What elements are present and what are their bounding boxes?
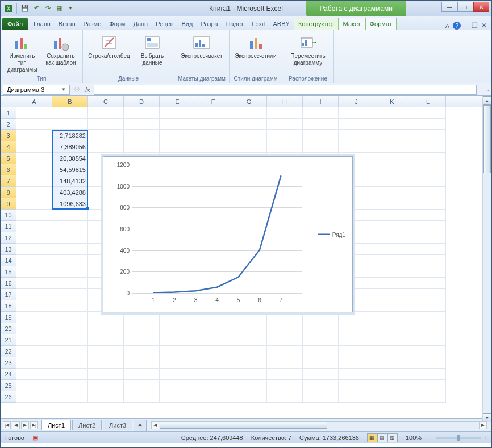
row-header[interactable]: 10: [1, 210, 16, 221]
row-header[interactable]: 19: [1, 312, 16, 323]
chart-object[interactable]: 0200400600800100012001234567 Ряд1: [103, 156, 353, 312]
row-header[interactable]: 26: [1, 391, 16, 403]
sheet-nav-prev[interactable]: ◀: [12, 421, 20, 429]
cell[interactable]: [52, 334, 88, 346]
col-header-j[interactable]: J: [339, 96, 374, 107]
cell[interactable]: [124, 323, 160, 334]
close-button[interactable]: ✕: [473, 2, 489, 12]
cell[interactable]: [16, 119, 52, 130]
cell[interactable]: [16, 130, 52, 141]
cell[interactable]: [374, 357, 410, 369]
cell[interactable]: [195, 357, 231, 369]
cell[interactable]: [374, 141, 410, 153]
cell[interactable]: [231, 323, 267, 334]
switch-row-column-button[interactable]: Строка/столбец: [86, 32, 132, 61]
row-header[interactable]: 16: [1, 278, 16, 289]
cell[interactable]: [88, 391, 124, 403]
cell[interactable]: [410, 130, 446, 141]
col-header-f[interactable]: F: [195, 96, 231, 107]
horizontal-scrollbar[interactable]: ◀ ▶: [151, 421, 487, 429]
cell[interactable]: [410, 278, 446, 289]
cell[interactable]: [160, 119, 195, 130]
tab-chart-design[interactable]: Конструктор: [294, 18, 339, 30]
row-header[interactable]: 18: [1, 300, 16, 312]
cell[interactable]: [303, 369, 339, 380]
cell[interactable]: [16, 312, 52, 323]
cell[interactable]: [410, 107, 446, 119]
formula-input[interactable]: [94, 85, 477, 95]
hscroll-left-button[interactable]: ◀: [151, 421, 159, 429]
cell[interactable]: [374, 221, 410, 232]
cell[interactable]: [16, 175, 52, 187]
chart-line-series[interactable]: [132, 165, 302, 293]
cell[interactable]: [160, 380, 195, 391]
minimize-ribbon-icon[interactable]: ᐱ: [445, 23, 449, 29]
cell[interactable]: [52, 312, 88, 323]
row-header[interactable]: 1: [1, 107, 16, 119]
cell[interactable]: [52, 232, 88, 244]
cell[interactable]: [374, 278, 410, 289]
cell[interactable]: [410, 210, 446, 221]
vertical-scrollbar[interactable]: ▲ ▼: [482, 96, 491, 422]
cell[interactable]: [160, 130, 195, 141]
col-header-g[interactable]: G: [231, 96, 267, 107]
sheet-tab-1[interactable]: Лист1: [41, 420, 71, 430]
col-header-i[interactable]: I: [303, 96, 339, 107]
tab-home[interactable]: Главн: [30, 18, 55, 30]
sheet-nav-first[interactable]: |◀: [3, 421, 11, 429]
cell[interactable]: [374, 346, 410, 357]
row-header[interactable]: 22: [1, 346, 16, 357]
cell[interactable]: [124, 334, 160, 346]
cell[interactable]: [339, 380, 374, 391]
row-header[interactable]: 20: [1, 323, 16, 334]
tab-review[interactable]: Рецен: [152, 18, 177, 30]
mdi-close-icon[interactable]: ✕: [481, 22, 487, 30]
cell[interactable]: [231, 357, 267, 369]
col-header-h[interactable]: H: [267, 96, 303, 107]
col-header-b[interactable]: B: [52, 96, 88, 107]
name-box-dropdown-icon[interactable]: ▼: [61, 87, 66, 92]
cell[interactable]: [16, 232, 52, 244]
cell[interactable]: [303, 323, 339, 334]
move-chart-button[interactable]: Переместить диаграмму: [286, 32, 330, 68]
cell[interactable]: [160, 391, 195, 403]
cell[interactable]: [52, 391, 88, 403]
cell[interactable]: [16, 210, 52, 221]
cell[interactable]: [339, 346, 374, 357]
sheet-nav-next[interactable]: ▶: [21, 421, 29, 429]
cell[interactable]: [267, 107, 303, 119]
tab-data[interactable]: Данн: [129, 18, 152, 30]
cell[interactable]: [303, 119, 339, 130]
cell[interactable]: [160, 334, 195, 346]
cell[interactable]: [374, 323, 410, 334]
cell[interactable]: [52, 300, 88, 312]
cell[interactable]: [410, 346, 446, 357]
row-header[interactable]: 25: [1, 380, 16, 391]
cell[interactable]: [52, 323, 88, 334]
cell[interactable]: [339, 323, 374, 334]
cell[interactable]: [410, 300, 446, 312]
help-icon[interactable]: ?: [453, 22, 461, 30]
cell[interactable]: [52, 289, 88, 300]
sheet-tab-new[interactable]: ✷: [134, 420, 147, 431]
cell[interactable]: [88, 141, 124, 153]
col-header-a[interactable]: A: [16, 96, 52, 107]
cell[interactable]: [52, 119, 88, 130]
cell[interactable]: [410, 334, 446, 346]
cell[interactable]: [303, 334, 339, 346]
cell[interactable]: [303, 312, 339, 323]
cell[interactable]: [410, 244, 446, 255]
cell[interactable]: [52, 266, 88, 278]
tab-foxit[interactable]: Foxit: [248, 18, 269, 30]
col-header-l[interactable]: L: [410, 96, 446, 107]
cell[interactable]: [374, 312, 410, 323]
tab-chart-layout[interactable]: Макет: [339, 18, 365, 30]
view-normal-button[interactable]: ▦: [367, 433, 377, 442]
cell[interactable]: [339, 130, 374, 141]
cell[interactable]: [374, 266, 410, 278]
cell[interactable]: [410, 175, 446, 187]
cell[interactable]: [374, 107, 410, 119]
cell[interactable]: 54,59815: [52, 164, 88, 175]
cell[interactable]: [231, 369, 267, 380]
cell[interactable]: [16, 391, 52, 403]
